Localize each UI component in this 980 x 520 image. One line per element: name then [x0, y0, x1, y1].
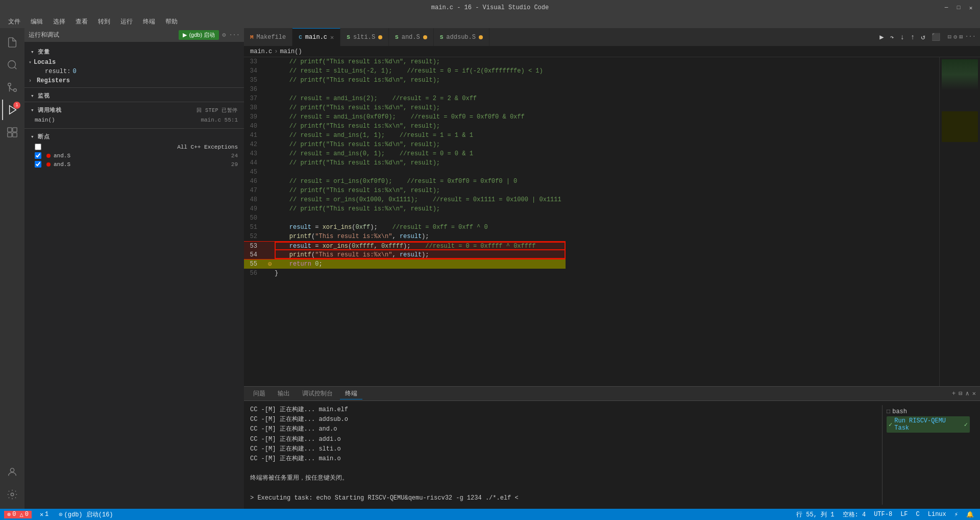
- tab-slti-s[interactable]: S slti.S: [340, 28, 389, 46]
- menu-terminal[interactable]: 终端: [139, 16, 159, 27]
- status-x-icon: ✕: [40, 511, 43, 518]
- breadcrumb-file[interactable]: main.c: [250, 48, 272, 55]
- watch-header[interactable]: ▾ 监视: [24, 88, 244, 102]
- terminal-line-8: 终端将被任务重用，按任意键关闭。: [250, 474, 876, 483]
- callstack-main[interactable]: main() main.c 55:1: [24, 116, 244, 124]
- debug-run-button[interactable]: ▶ (gdb) 启动: [179, 30, 219, 40]
- settings-icon[interactable]: [2, 484, 22, 505]
- terminal-tab-actions: + ⊟ ∧ ✕: [952, 390, 976, 397]
- menu-view[interactable]: 查看: [71, 16, 92, 27]
- code-line-35: 35 // printf("This result is:%d\n", resu…: [244, 76, 566, 85]
- terminal-sidebar: □ bash ✓ Run RISCV-QEMU Task ✓: [882, 405, 974, 505]
- debug-icon[interactable]: 1: [2, 100, 22, 120]
- riscv-task-item[interactable]: ✓ Run RISCV-QEMU Task ✓: [887, 416, 970, 433]
- status-errors[interactable]: ⊗ 0 △ 0: [4, 511, 32, 518]
- bp-red-dot-1: [46, 154, 51, 158]
- variables-header[interactable]: ▾ 变量: [24, 44, 244, 58]
- editor-settings-icon[interactable]: ⚙: [953, 33, 957, 41]
- breadcrumb-symbol[interactable]: main(): [280, 48, 302, 55]
- bp-and-s-2-checkbox[interactable]: [35, 161, 41, 168]
- tab-makefile[interactable]: M Makefile: [244, 28, 292, 46]
- status-spaces[interactable]: 空格: 4: [841, 510, 868, 519]
- close-button[interactable]: ✕: [967, 4, 975, 12]
- menu-goto[interactable]: 转到: [94, 16, 114, 27]
- debug-step-into-btn[interactable]: ↓: [897, 32, 906, 42]
- extensions-icon[interactable]: [2, 122, 22, 143]
- code-line-37: 37 // result = andi_ins(2); //result = 2…: [244, 94, 566, 103]
- code-line-46: 46 // result = ori_ins(0xf0f0); //result…: [244, 177, 566, 186]
- bp-and-s-1-checkbox[interactable]: [35, 152, 41, 159]
- debug-step-over-btn[interactable]: ↷: [888, 32, 897, 42]
- watch-section: ▾ 监视: [24, 87, 244, 102]
- debug-step-out-btn[interactable]: ↑: [908, 32, 917, 42]
- tab-output[interactable]: 输出: [273, 388, 295, 399]
- status-encoding[interactable]: UTF-8: [872, 511, 894, 518]
- tab-main-c-label: main.c: [305, 34, 327, 41]
- terminal-split-icon[interactable]: ⊟: [959, 390, 962, 397]
- result-variable: result: 0: [24, 67, 244, 76]
- locals-item[interactable]: ▾ Locals: [24, 58, 244, 67]
- menu-file[interactable]: 文件: [4, 16, 24, 27]
- tab-debug-console[interactable]: 调试控制台: [297, 388, 338, 399]
- editor-layout-icon[interactable]: ⊞: [959, 33, 963, 41]
- menu-edit[interactable]: 编辑: [27, 16, 47, 27]
- bp-and-s-2[interactable]: and.S 29: [24, 160, 244, 169]
- status-sync-icon[interactable]: ⚡: [952, 511, 960, 518]
- tab-addsub-s[interactable]: S addsub.S: [434, 28, 489, 46]
- tab-main-c[interactable]: C main.c ✕: [292, 28, 340, 46]
- registers-item[interactable]: › Registers: [24, 76, 244, 85]
- terminal-main[interactable]: CC -[M] 正在构建... main.elf CC -[M] 正在构建...…: [250, 405, 876, 505]
- bp-cpp-exceptions[interactable]: All C++ Exceptions: [24, 143, 244, 151]
- bash-terminal-item[interactable]: □ bash: [887, 407, 970, 416]
- debug-header: 运行和调试 ▶ (gdb) 启动 ⚙ ···: [24, 28, 244, 42]
- status-debug-session[interactable]: ⊙ (gdb) 启动(16): [57, 510, 115, 519]
- code-line-55: 55 ⊙ return 0;: [244, 259, 566, 269]
- code-line-36: 36: [244, 85, 566, 94]
- terminal-line-11: [250, 503, 876, 509]
- editor-more-icon[interactable]: ···: [965, 33, 976, 41]
- status-platform[interactable]: Linux: [926, 511, 948, 518]
- search-icon[interactable]: [2, 55, 22, 75]
- account-icon[interactable]: [2, 462, 22, 482]
- debug-more-icon[interactable]: ···: [229, 32, 240, 39]
- debug-restart-btn[interactable]: ↺: [918, 32, 927, 42]
- callstack-header[interactable]: ▾ 调用堆栈 回 STEP 已暂停: [24, 102, 244, 116]
- status-xmark[interactable]: ✕ 1: [38, 511, 51, 518]
- menu-help[interactable]: 帮助: [161, 16, 182, 27]
- main-layout: 1: [0, 28, 980, 509]
- terminal-line-4: CC -[M] 正在构建... addi.o: [250, 435, 876, 444]
- code-line-44: 44 // printf("This result is:%d\n", resu…: [244, 158, 566, 168]
- explorer-icon[interactable]: [2, 32, 22, 53]
- minimize-button[interactable]: ─: [942, 4, 950, 12]
- tab-main-c-close[interactable]: ✕: [330, 34, 334, 41]
- tab-and-s[interactable]: S and.S: [389, 28, 434, 46]
- status-position[interactable]: 行 55, 列 1: [794, 510, 836, 519]
- terminal-close-icon[interactable]: ✕: [972, 390, 976, 397]
- terminal-line-9: [250, 484, 876, 493]
- code-line-49: 49 // printf("This result is:%x\n", resu…: [244, 204, 566, 214]
- scm-icon[interactable]: [2, 77, 22, 98]
- bp-and-s-1-count: 24: [231, 153, 238, 159]
- breakpoints-header[interactable]: ▾ 断点: [24, 129, 244, 143]
- split-editor-icon[interactable]: ⊟: [948, 33, 951, 41]
- terminal-maximize-icon[interactable]: ∧: [966, 390, 969, 397]
- code-line-33: 33 // printf("This result is:%d\n", resu…: [244, 57, 566, 66]
- code-line-50: 50: [244, 214, 566, 223]
- debug-stop-btn[interactable]: ⬛: [929, 32, 943, 42]
- bp-cpp-checkbox[interactable]: [35, 144, 41, 150]
- tab-problems[interactable]: 问题: [248, 388, 271, 399]
- title-bar: main.c - 16 - Visual Studio Code ─ □ ✕: [0, 0, 980, 15]
- debug-continue-btn[interactable]: ▶: [877, 32, 886, 42]
- menu-select[interactable]: 选择: [49, 16, 69, 27]
- terminal-add-icon[interactable]: +: [952, 390, 955, 397]
- status-language[interactable]: C: [914, 511, 922, 518]
- menu-run[interactable]: 运行: [116, 16, 137, 27]
- status-bell-icon[interactable]: 🔔: [964, 511, 976, 518]
- status-eol[interactable]: LF: [898, 511, 910, 518]
- tab-terminal[interactable]: 终端: [340, 388, 362, 399]
- svg-rect-5: [13, 128, 17, 132]
- bp-and-s-1[interactable]: and.S 24: [24, 151, 244, 160]
- maximize-button[interactable]: □: [954, 4, 963, 12]
- debug-settings-icon[interactable]: ⚙: [222, 31, 226, 39]
- code-editor[interactable]: 33 // printf("This result is:%d\n", resu…: [244, 57, 939, 386]
